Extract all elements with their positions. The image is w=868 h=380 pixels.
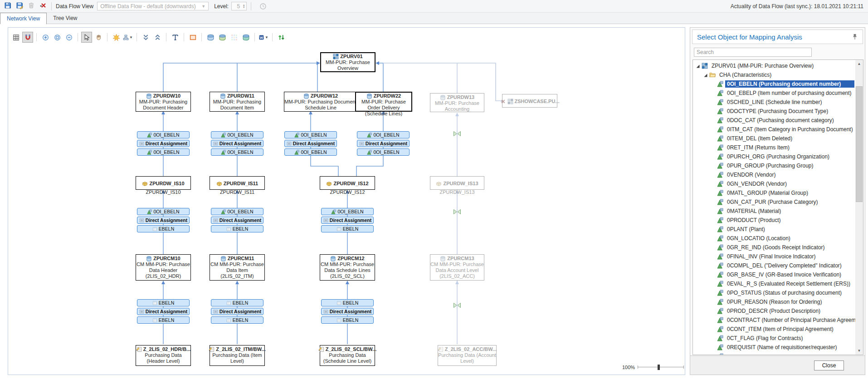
scroll-up-icon[interactable]: ▲ [855,60,863,68]
tree-item[interactable]: 0CONT_ITEM (Item of Principal Agreement) [693,325,854,334]
level-spinner[interactable]: 5 ▲▼ [231,2,247,10]
sync-refresh-icon[interactable] [276,32,287,43]
tree-item[interactable]: 0CONTRACT (Number of Principal Purchase … [693,316,854,325]
diagram-node[interactable]: ZPURDW_IS11ZPURDW_IS11 [210,176,265,190]
spinner-arrows-icon[interactable]: ▲▼ [241,4,246,9]
tree-item[interactable]: 0PRODUCT (Product) [693,216,854,225]
collapsed-mapping-icon[interactable] [453,208,461,214]
diagram-node[interactable]: ZPURDW22MM-PUR: Purchase Order Delivery … [355,92,412,112]
mapping-field-box[interactable]: EBELN [137,299,190,306]
delete-trash-icon[interactable] [27,1,35,10]
transformation-box[interactable]: Direct Assignment [137,140,190,147]
diagram-node[interactable]: ZPURDW_IS12ZPURDW_IS12 [320,176,375,190]
zoom-slider-thumb[interactable] [658,365,660,370]
transformation-box[interactable]: Direct Assignment [284,140,337,147]
expander-icon[interactable] [696,64,700,68]
tree-item[interactable]: 0DOCTYPE (Purchasing Document Type) [693,107,854,116]
transformation-box[interactable]: Direct Assignment [211,140,263,147]
zoom-fit-icon[interactable] [52,32,63,43]
tree-item[interactable]: 0OI_EBELN (Purchasing document number) [693,79,854,89]
diagram-node[interactable]: ZPURCM10CM MM-PUR: Purchase Data Header … [136,254,191,281]
expander-icon[interactable] [703,73,708,77]
transformation-box[interactable]: Direct Assignment [211,217,263,224]
mapping-field-box[interactable]: 0OI_EBELN [321,208,374,215]
tree-item[interactable]: 0VENDOR (Vendor) [693,170,854,179]
tree-item[interactable]: 0GN_LOCATIO (Location) [693,234,854,243]
tree-item[interactable]: 0SCHED_LINE (Schedule line number) [693,98,854,107]
diagram-node[interactable]: ZPURCM11CM MM-PUR: Purchase Data Item (2… [210,254,265,281]
data-flow-dropdown[interactable]: Offline Data Flow - default (downwards) … [97,2,209,10]
select-cursor-icon[interactable] [81,32,92,43]
diagram-node[interactable]: Z_2LIS_02_ITM/BW...Purchasing Data (Item… [210,345,265,366]
mapping-field-box[interactable]: EBELN [211,316,263,324]
grid-toggle-icon[interactable] [10,32,21,43]
diagram-node[interactable]: Z_2LIS_02_HDR/B...Purchasing Data (Heade… [136,345,191,366]
infoprovider-teal-icon[interactable] [240,32,251,43]
tree-item[interactable]: 0CT_FLAG (Flag for Contracts) [693,334,854,343]
text-mode-icon[interactable] [170,32,180,43]
diagram-node[interactable]: Z_2LIS_02_SCL/BW...Purchasing Data (Sche… [320,345,375,366]
diagram-node[interactable]: ZPURDW10MM-PUR: Purchasing Document Head… [136,92,191,112]
tree-item[interactable]: 0RET_ITM (Returns Item) [693,143,854,152]
mapping-field-box[interactable]: 0OI_EBELN [211,208,263,215]
mapping-field-box[interactable]: 0OI_EBELN [137,148,190,156]
save-icon[interactable] [4,1,12,10]
tree-item[interactable]: 0REQUISIT (Name of requisitioner/request… [693,343,854,352]
collapsed-mapping-icon[interactable] [453,130,461,136]
tab-tree-view[interactable]: Tree View [47,13,83,24]
schedule-clock-icon[interactable] [259,2,267,10]
tree-item[interactable] [693,352,854,355]
diagram-node[interactable]: ZPURDW13MM-PUR: Purchase Accounting [430,93,484,112]
mapping-field-box[interactable]: EBELN [321,299,374,306]
diagram-node[interactable]: ZPURCM13CM MM-PUR: Purchase Data Account… [430,254,484,281]
layout-icon[interactable]: ▼ [122,32,133,43]
mapping-field-box[interactable]: EBELN [321,225,374,232]
tree-item[interactable]: 0OI_EBELP (Item number of purchasing doc… [693,89,854,98]
tree-item[interactable]: 0PO_STATUS (Status of purchasing documen… [693,288,854,297]
diagram-node[interactable]: ZSHOWCASE.PU... [502,94,557,108]
tree-item[interactable]: 0GN_CAT_PUR (Purchase Category) [693,197,854,207]
tree-item[interactable]: 0DOC_CAT (Puchasing document category) [693,116,854,125]
tree-item[interactable]: 0MATERIAL (Material) [693,207,854,216]
mapping-field-box[interactable]: 0OI_EBELN [284,148,337,156]
tree-item[interactable]: ZPURV01 (MM-PUR: Purchase Overview) [693,61,854,70]
tab-network-view[interactable]: Network View [0,13,47,24]
transformation-box[interactable]: Direct Assignment [321,217,374,224]
pan-hand-icon[interactable] [93,32,104,43]
scrollbar-thumb[interactable] [856,86,863,202]
mapping-field-box[interactable]: 0OI_EBELN [211,148,263,156]
mapping-field-box[interactable]: 0OI_EBELN [211,131,263,138]
collapsed-mapping-icon[interactable] [453,302,461,308]
tree-item[interactable]: 0ITEM_DEL (Item Deleted) [693,134,854,143]
frame-icon[interactable] [187,32,198,43]
diagram-node[interactable]: ZPURCM12CM MM-PUR: Purchase Data Schedul… [320,254,375,281]
word-export-icon[interactable]: ▼ [258,32,269,43]
mapping-field-box[interactable]: EBELN [137,225,190,232]
dots-grid-icon[interactable] [229,32,239,43]
zoom-in-icon[interactable] [40,32,51,43]
mapping-field-box[interactable]: EBELN [211,299,263,306]
close-button[interactable]: Close [814,360,844,370]
mapping-field-box[interactable]: EBELN [321,316,374,324]
scroll-down-icon[interactable]: ▼ [855,347,863,355]
transformation-box[interactable]: Direct Assignment [357,140,410,147]
diagram-node[interactable]: ZPURDW_IS13ZPURDW_IS13 [430,176,484,190]
mapping-field-box[interactable]: 0OI_EBELN [357,148,410,156]
transformation-box[interactable]: Direct Assignment [137,217,190,224]
tree-item[interactable]: 0EVAL_R_S (Evaluated Receipt Settlement … [693,279,854,288]
tree-item[interactable]: CHA (Characteristics) [693,70,854,79]
infoprovider-blue-icon[interactable] [205,32,216,43]
zoom-slider[interactable] [638,363,684,372]
save-as-icon[interactable] [15,1,24,10]
diagram-node[interactable]: ZPURDW12MM-PUR: Purchasing Document Sche… [284,92,357,112]
tree-item[interactable]: 0COMPL_DEL ("Delivery Completed" Indicat… [693,261,854,270]
tree-item[interactable]: 0FINAL_INV (Final Invoice Indicator) [693,252,854,261]
infoprovider-green-icon[interactable] [217,32,228,43]
tree-item[interactable]: 0GR_RE_IND (Goods Receipt Indicator) [693,243,854,252]
mapping-field-box[interactable]: 0OI_EBELN [284,131,337,138]
magnet-icon[interactable] [22,32,33,43]
mapping-field-box[interactable]: 0OI_EBELN [137,208,190,215]
diagram-node[interactable]: Z_2LIS_02_ACC/BW...Purchasing Data (Acco… [438,345,497,366]
remove-red-x-icon[interactable] [39,1,47,10]
tree-scrollbar[interactable]: ▲ ▼ [855,60,863,355]
